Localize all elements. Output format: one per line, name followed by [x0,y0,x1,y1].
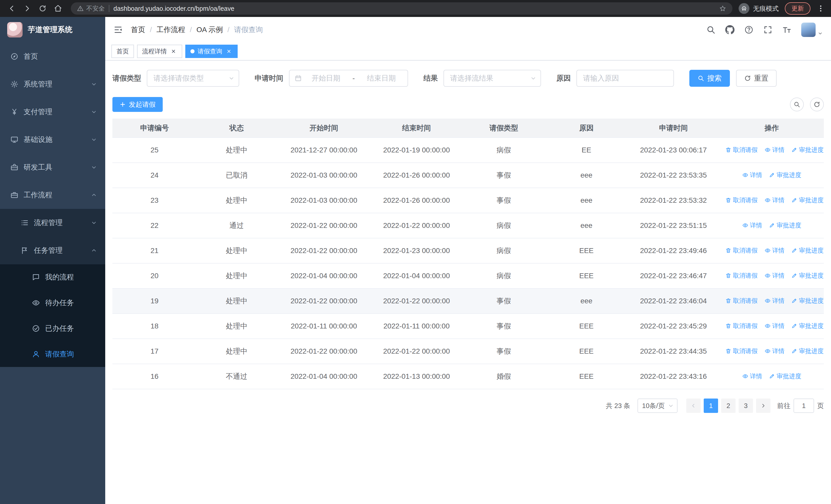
sidebar-item-pending-tasks[interactable]: 待办任务 [0,290,105,316]
sidebar-collapse-icon[interactable] [113,25,123,34]
tab-home[interactable]: 首页 [111,45,134,58]
sidebar-item-home[interactable]: 首页 [0,42,105,70]
close-icon[interactable] [170,48,177,55]
approval-progress-link[interactable]: 审批进度 [791,196,824,204]
cell-leave-type: 事假 [462,188,546,213]
approval-progress-link[interactable]: 审批进度 [769,221,801,230]
cancel-leave-link[interactable]: 取消请假 [725,297,757,305]
fullscreen-icon[interactable] [763,25,773,34]
detail-link[interactable]: 详情 [765,297,784,305]
page-size-select[interactable]: 10条/页 [637,398,678,413]
edit-icon [769,172,775,178]
bookmark-star-icon[interactable] [719,5,726,12]
goto-page-input[interactable] [794,398,814,413]
user-menu[interactable] [801,23,823,37]
sidebar-item-task-management[interactable]: 任务管理 [0,237,105,264]
app-title: 芋道管理系统 [28,25,73,35]
sidebar-item-infrastructure[interactable]: 基础设施 [0,126,105,153]
table-row: 19 处理中 2022-01-22 00:00:00 2022-01-22 00… [112,289,824,314]
prev-page-button[interactable] [686,398,700,413]
cancel-leave-link[interactable]: 取消请假 [725,347,757,355]
detail-link[interactable]: 详情 [765,271,784,280]
cell-apply-no: 25 [112,138,197,163]
cell-end-time: 2022-01-22 00:00:00 [371,213,462,238]
detail-link[interactable]: 详情 [765,347,784,355]
show-search-icon[interactable] [790,97,804,111]
breadcrumb-item-home[interactable]: 首页 [131,25,145,35]
approval-progress-link[interactable]: 审批进度 [791,271,824,280]
sidebar-item-workflow[interactable]: 工作流程 [0,181,105,209]
approval-progress-link[interactable]: 审批进度 [791,347,824,355]
col-header-reason: 原因 [546,119,627,138]
github-icon[interactable] [725,25,735,34]
cancel-leave-link[interactable]: 取消请假 [725,246,757,255]
detail-link[interactable]: 详情 [742,171,762,179]
security-indicator[interactable]: 不安全 [77,4,105,12]
incognito-label: 无痕模式 [753,4,779,13]
page-button-1[interactable]: 1 [704,398,718,413]
sidebar-item-process-management[interactable]: 流程管理 [0,209,105,237]
cell-end-time: 2022-01-26 00:00:00 [371,188,462,213]
apply-time-range-picker[interactable]: 开始日期 - 结束日期 [289,70,408,87]
chevron-down-icon [668,403,674,409]
detail-link[interactable]: 详情 [742,221,762,230]
result-select[interactable]: 请选择流结果 [443,70,541,87]
sidebar-item-dev-tools[interactable]: 研发工具 [0,153,105,181]
detail-link[interactable]: 详情 [765,196,784,204]
detail-link[interactable]: 详情 [765,146,784,154]
leave-table: 申请编号 状态 开始时间 结束时间 请假类型 原因 申请时间 操作 25 处理中… [112,119,824,389]
help-icon[interactable] [744,25,753,34]
sidebar-item-payment-management[interactable]: 支付管理 [0,98,105,126]
avatar[interactable] [801,23,815,37]
page-button-3[interactable]: 3 [739,398,753,413]
browser-reload-icon[interactable] [36,2,49,15]
update-button[interactable]: 更新 [785,2,810,14]
close-icon[interactable] [225,48,232,55]
browser-menu-icon[interactable] [816,4,825,12]
cell-apply-no: 18 [112,314,197,339]
search-button[interactable]: 搜索 [689,70,730,87]
sidebar-item-done-tasks[interactable]: 已办任务 [0,316,105,341]
header-search-icon[interactable] [706,25,716,34]
cell-leave-type: 病假 [462,138,546,163]
end-date-placeholder: 结束日期 [360,73,402,83]
page-content: 请假类型 请选择请假类型 申请时间 开始日期 - 结束日期 [105,61,831,504]
reset-button[interactable]: 重置 [736,70,777,87]
next-page-button[interactable] [756,398,770,413]
detail-link[interactable]: 详情 [765,322,784,330]
tab-leave-query[interactable]: 请假查询 [185,45,238,58]
page-button-2[interactable]: 2 [721,398,736,413]
breadcrumb-separator: / [150,26,152,34]
sidebar-item-my-process[interactable]: 我的流程 [0,264,105,290]
sidebar-item-leave-query[interactable]: 请假查询 [0,341,105,367]
cell-end-time: 2022-01-13 00:00:00 [371,364,462,389]
browser-home-icon[interactable] [51,2,65,15]
create-leave-button[interactable]: 发起请假 [112,97,163,112]
cancel-leave-link[interactable]: 取消请假 [725,271,757,280]
detail-link[interactable]: 详情 [742,372,762,380]
address-bar[interactable]: 不安全 dashboard.yudao.iocoder.cn/bpm/oa/le… [71,2,733,14]
col-header-status: 状态 [197,119,277,138]
sidebar-item-system-management[interactable]: 系统管理 [0,70,105,98]
refresh-table-icon[interactable] [810,97,824,111]
approval-progress-link[interactable]: 审批进度 [769,372,801,380]
reason-input[interactable] [583,74,667,82]
detail-link[interactable]: 详情 [765,246,784,255]
approval-progress-link[interactable]: 审批进度 [791,246,824,255]
approval-progress-link[interactable]: 审批进度 [769,171,801,179]
approval-progress-link[interactable]: 审批进度 [791,146,824,154]
trash-icon [725,197,732,203]
refresh-icon [744,75,751,82]
text-size-icon[interactable] [782,25,792,34]
tab-process-detail[interactable]: 流程详情 [137,45,182,58]
approval-progress-link[interactable]: 审批进度 [791,297,824,305]
leave-type-select[interactable]: 请选择请假类型 [147,70,239,87]
cancel-leave-link[interactable]: 取消请假 [725,146,757,154]
browser-forward-icon[interactable] [21,2,34,15]
cancel-leave-link[interactable]: 取消请假 [725,196,757,204]
cancel-leave-link[interactable]: 取消请假 [725,322,757,330]
approval-progress-link[interactable]: 审批进度 [791,322,824,330]
browser-back-icon[interactable] [5,2,19,15]
chevron-down-icon [91,109,97,115]
result-label: 结果 [424,73,438,83]
